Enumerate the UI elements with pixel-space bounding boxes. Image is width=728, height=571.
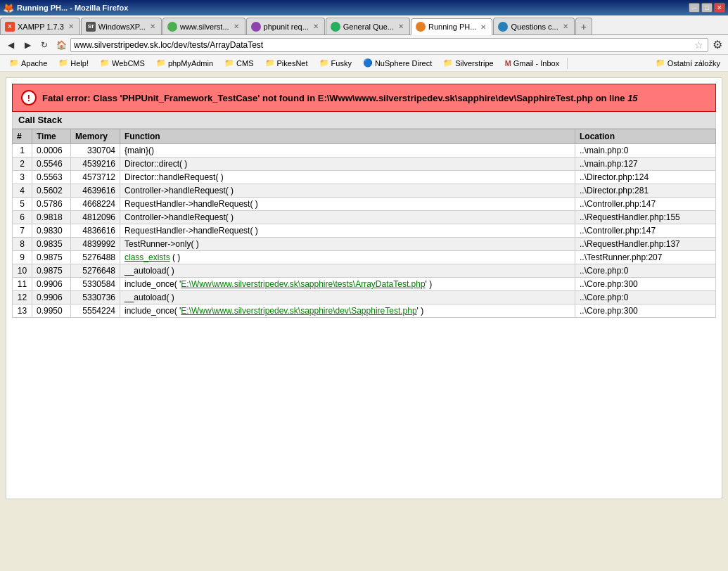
- table-row: 40.56024639616Controller->handleRequest(…: [13, 184, 716, 198]
- address-bar[interactable]: www.silverstripedev.sk.loc/dev/tests/Arr…: [70, 38, 708, 52]
- cell-time: 0.9875: [32, 251, 71, 264]
- cell-time: 0.0006: [32, 144, 71, 158]
- cell-function: include_once( 'E:\Www\www.silverstripede…: [120, 304, 575, 318]
- call-stack-table: # Time Memory Function Location 10.00063…: [12, 129, 716, 318]
- content-area: ! Fatal error: Class 'PHPUnit_Framework_…: [6, 77, 722, 499]
- cell-num: 1: [13, 144, 32, 158]
- tab-windows[interactable]: Sf WindowsXP... ✕: [81, 18, 162, 34]
- forward-button[interactable]: ▶: [20, 37, 35, 53]
- tab-phpunit[interactable]: phpunit req... ✕: [246, 18, 325, 34]
- close-button[interactable]: ✕: [714, 3, 725, 13]
- bookmark-fusky-label: Fusky: [331, 59, 352, 68]
- home-button[interactable]: 🏠: [53, 37, 69, 53]
- tab-xampp-close[interactable]: ✕: [67, 23, 75, 30]
- tab-questions-close[interactable]: ✕: [561, 23, 570, 30]
- cell-memory: 5276488: [71, 251, 120, 264]
- tab-phpunit-close[interactable]: ✕: [312, 23, 320, 30]
- www-icon: [167, 22, 177, 32]
- maximize-button[interactable]: □: [701, 3, 713, 13]
- bookmark-gmail[interactable]: M Gmail - Inbox: [500, 57, 565, 70]
- col-header-location: Location: [575, 129, 716, 144]
- bookmark-cms[interactable]: 📁 CMS: [219, 56, 258, 70]
- cell-num: 3: [13, 171, 32, 184]
- bookmark-phpmyadmin-label: phpMyAdmin: [168, 59, 213, 68]
- php-icon: [251, 22, 261, 32]
- cell-time: 0.9950: [32, 304, 71, 318]
- cell-location: ..\main.php:0: [575, 144, 716, 158]
- function-link[interactable]: E:\Www\www.silverstripedev.sk\sapphire\d…: [181, 306, 416, 316]
- tab-windows-close[interactable]: ✕: [148, 23, 157, 30]
- bookmark-other[interactable]: 📁 Ostatní záložky: [652, 56, 724, 70]
- bookmark-nusphere[interactable]: 🔵 NuSphere Direct: [358, 56, 437, 70]
- cell-location: ..\Core.php:0: [575, 264, 716, 278]
- table-row: 30.55634573712Director::handleRequest( )…: [13, 171, 716, 184]
- error-icon: !: [21, 90, 37, 105]
- function-link[interactable]: E:\Www\www.silverstripedev.sk\sapphire\t…: [181, 279, 425, 289]
- bookmark-separator: [567, 58, 568, 69]
- back-button[interactable]: ◀: [3, 37, 18, 53]
- window-titlebar: 🦊 Running PH... - Mozilla Firefox ─ □ ✕: [0, 0, 728, 15]
- folder-icon: 📁: [319, 58, 329, 68]
- bookmark-nusphere-label: NuSphere Direct: [375, 59, 432, 68]
- error-box: ! Fatal error: Class 'PHPUnit_Framework_…: [12, 84, 716, 112]
- bookmark-help[interactable]: 📁 Help!: [53, 56, 94, 70]
- cell-memory: 5330584: [71, 278, 120, 291]
- table-row: 110.99065330584include_once( 'E:\Www\www…: [13, 278, 716, 291]
- tab-questions[interactable]: Questions c... ✕: [493, 18, 574, 34]
- window-title: Running PH... - Mozilla Firefox: [14, 4, 689, 12]
- tab-www-close[interactable]: ✕: [232, 23, 241, 30]
- browser-icon: 🦊: [3, 3, 14, 13]
- tab-running[interactable]: Running PH... ✕: [411, 18, 492, 35]
- cell-time: 0.9906: [32, 278, 71, 291]
- cell-time: 0.9835: [32, 238, 71, 251]
- cell-memory: 5554224: [71, 304, 120, 318]
- bookmark-star-icon[interactable]: ☆: [692, 39, 705, 51]
- cell-location: ..\Core.php:300: [575, 278, 716, 291]
- cell-memory: 4639616: [71, 184, 120, 198]
- cell-memory: 5276648: [71, 264, 120, 278]
- cell-num: 8: [13, 238, 32, 251]
- function-link[interactable]: class_exists: [124, 252, 170, 262]
- bookmark-pikesnet[interactable]: 📁 PikesNet: [260, 56, 313, 70]
- bookmark-webcms-label: WebCMS: [112, 59, 145, 68]
- reload-button[interactable]: ↻: [37, 37, 52, 53]
- cell-location: ..\TestRunner.php:207: [575, 251, 716, 264]
- table-row: 60.98184812096Controller->handleRequest(…: [13, 211, 716, 224]
- cell-location: ..\RequestHandler.php:137: [575, 238, 716, 251]
- cell-function: class_exists ( ): [120, 251, 575, 264]
- bookmark-fusky[interactable]: 📁 Fusky: [314, 56, 357, 70]
- tab-phpunit-label: phpunit req...: [264, 23, 309, 31]
- minimize-button[interactable]: ─: [689, 3, 700, 13]
- tab-www[interactable]: www.silverst... ✕: [162, 18, 245, 34]
- table-row: 50.57864668224RequestHandler->handleRequ…: [13, 198, 716, 211]
- cell-function: {main}(): [120, 144, 575, 158]
- cell-memory: 4539216: [71, 158, 120, 171]
- tab-xampp[interactable]: X XAMPP 1.7.3 ✕: [0, 18, 80, 34]
- folder-icon: 📁: [443, 58, 453, 68]
- tab-running-close[interactable]: ✕: [479, 23, 487, 31]
- cell-location: ..\Core.php:0: [575, 291, 716, 304]
- error-body: : Class 'PHPUnit_Framework_TestCase' not…: [87, 93, 637, 103]
- cell-function: __autoload( ): [120, 291, 575, 304]
- cell-num: 7: [13, 224, 32, 238]
- cell-time: 0.9875: [32, 264, 71, 278]
- tab-running-label: Running PH...: [428, 23, 476, 31]
- sf-icon: Sf: [86, 22, 96, 32]
- table-row: 120.99065330736__autoload( )..\Core.php:…: [13, 291, 716, 304]
- bookmark-phpmyadmin[interactable]: 📁 phpMyAdmin: [151, 56, 218, 70]
- tab-general-label: General Que...: [343, 23, 394, 31]
- nav-bar: ◀ ▶ ↻ 🏠 www.silverstripedev.sk.loc/dev/t…: [0, 35, 728, 55]
- col-header-function: Function: [120, 129, 575, 144]
- bookmark-apache[interactable]: 📁 Apache: [4, 56, 52, 70]
- bookmark-webcms[interactable]: 📁 WebCMS: [95, 56, 150, 70]
- error-message: Fatal error: Class 'PHPUnit_Framework_Te…: [42, 93, 638, 103]
- tab-general-close[interactable]: ✕: [397, 23, 405, 30]
- settings-icon[interactable]: ⚙: [710, 37, 725, 53]
- bookmark-silverstripe[interactable]: 📁 Silverstripe: [438, 56, 498, 70]
- col-header-time: Time: [32, 129, 71, 144]
- cell-memory: 4839992: [71, 238, 120, 251]
- cell-memory: 5330736: [71, 291, 120, 304]
- cell-num: 13: [13, 304, 32, 318]
- new-tab-button[interactable]: +: [575, 18, 592, 34]
- tab-general[interactable]: General Que... ✕: [326, 18, 410, 34]
